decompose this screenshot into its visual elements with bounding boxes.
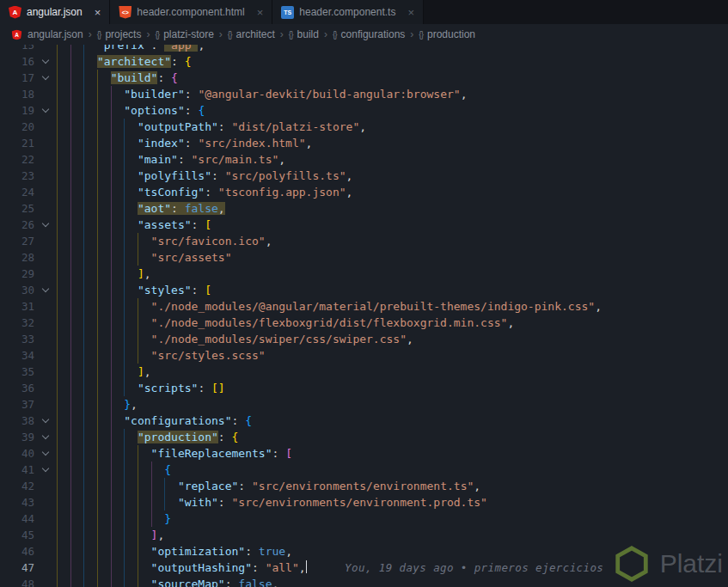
close-icon[interactable]: × [95, 7, 101, 18]
code-text: "styles": [ [57, 282, 728, 298]
indent-guide [70, 200, 71, 217]
code-line-25[interactable]: 25 "aot": false, [0, 200, 728, 217]
code-line-32[interactable]: 32 "./node_modules/flexboxgrid/dist/flex… [0, 315, 728, 331]
indent-guide [70, 119, 71, 135]
fold-chevron-icon[interactable] [34, 282, 57, 298]
indent-guide [57, 86, 58, 102]
fold-chevron-icon[interactable] [34, 53, 57, 70]
code-line-47[interactable]: 47 "outputHashing": "all",You, 19 days a… [0, 559, 728, 576]
breadcrumb-item-production[interactable]: {}production [419, 28, 475, 40]
code-line-45[interactable]: 45 ], [0, 527, 728, 543]
indent-guide [111, 380, 112, 396]
fold-chevron-icon[interactable] [34, 462, 57, 478]
chevron-down-icon [42, 448, 49, 455]
code-line-37[interactable]: 37 }, [0, 396, 728, 413]
indent-guide [57, 298, 58, 315]
indent-guide [97, 527, 98, 543]
code-line-40[interactable]: 40 "fileReplacements": [ [0, 445, 728, 462]
line-number: 41 [0, 462, 34, 478]
code-token: : [211, 169, 225, 182]
fold-chevron-icon[interactable] [34, 217, 57, 233]
breadcrumb-label: projects [105, 28, 141, 40]
code-line-30[interactable]: 30 "styles": [ [0, 282, 728, 298]
code-token: { [232, 431, 239, 443]
code-line-29[interactable]: 29 ], [0, 266, 728, 282]
breadcrumb-item-configurations[interactable]: {}configurations [333, 28, 405, 40]
tab-header-component-html[interactable]: <>header.component.html× [110, 0, 272, 24]
breadcrumb-item-projects[interactable]: {}projects [97, 28, 142, 40]
code-line-19[interactable]: 19 "options": { [0, 102, 728, 119]
code-token: , [198, 45, 205, 52]
code-line-41[interactable]: 41 { [0, 462, 728, 478]
code-line-17[interactable]: 17 "build": { [0, 70, 728, 86]
close-icon[interactable]: × [257, 7, 264, 18]
code-text: "architect": { [57, 53, 728, 70]
code-line-34[interactable]: 34 "src/styles.scss" [0, 347, 728, 364]
indent-guide [111, 249, 112, 266]
code-line-24[interactable]: 24 "tsConfig": "tsconfig.app.json", [0, 184, 728, 200]
editor[interactable]: 15 "prefix": "app",16 "architect": {17 "… [0, 45, 728, 587]
code-line-43[interactable]: 43 "with": "src/environments/environment… [0, 494, 728, 511]
fold-spacer [34, 45, 57, 53]
breadcrumb-item-build[interactable]: {}build [289, 28, 319, 40]
indent-guide [97, 249, 98, 266]
line-number: 42 [0, 478, 34, 494]
fold-chevron-icon[interactable] [34, 102, 57, 119]
code-line-27[interactable]: 27 "src/favicon.ico", [0, 233, 728, 249]
indent-guide [124, 266, 125, 282]
code-line-46[interactable]: 46 "optimization": true, [0, 543, 728, 559]
fold-chevron-icon[interactable] [34, 445, 57, 462]
json-object-icon: {} [97, 30, 101, 40]
json-object-icon: {} [289, 30, 293, 40]
indent-guide [83, 184, 84, 200]
code-line-16[interactable]: 16 "architect": { [0, 53, 728, 70]
fold-spacer [34, 151, 57, 168]
code-line-39[interactable]: 39 "production": { [0, 429, 728, 445]
ts-file-icon: TS [281, 6, 294, 19]
code-line-38[interactable]: 38 "configurations": { [0, 413, 728, 429]
fold-chevron-icon[interactable] [34, 70, 57, 86]
indent-guide [83, 396, 84, 413]
indent-guide [138, 494, 138, 511]
fold-chevron-icon[interactable] [34, 413, 57, 429]
breadcrumb-item-platzi-store[interactable]: {}platzi-store [155, 28, 213, 40]
indent-guide [111, 200, 112, 217]
breadcrumb-item-architect[interactable]: {}architect [228, 28, 275, 40]
code-line-22[interactable]: 22 "main": "src/main.ts", [0, 151, 728, 168]
code-token [57, 55, 97, 68]
indent-guide [151, 462, 152, 478]
code-line-33[interactable]: 33 "./node_modules/swiper/css/swiper.css… [0, 331, 728, 347]
indent-guide [57, 396, 58, 413]
code-line-44[interactable]: 44 } [0, 511, 728, 527]
line-number: 17 [0, 70, 34, 86]
indent-guide [138, 478, 138, 494]
fold-chevron-icon[interactable] [34, 429, 57, 445]
code-token: "outputHashing" [151, 561, 252, 574]
code-line-26[interactable]: 26 "assets": [ [0, 217, 728, 233]
line-number: 38 [0, 413, 34, 429]
code-line-18[interactable]: 18 "builder": "@angular-devkit/build-ang… [0, 86, 728, 102]
code-line-20[interactable]: 20 "outputPath": "dist/platzi-store", [0, 119, 728, 135]
code-token [57, 414, 124, 427]
breadcrumb-item-angular-json[interactable]: Aangular.json [10, 28, 83, 41]
code-token: : [272, 447, 285, 460]
code-line-31[interactable]: 31 "./node_modules/@angular/material/pre… [0, 298, 728, 315]
indent-guide [124, 249, 125, 266]
code-line-21[interactable]: 21 "index": "src/index.html", [0, 135, 728, 151]
code-token: "sourceMap" [151, 578, 225, 587]
code-line-36[interactable]: 36 "scripts": [] [0, 380, 728, 396]
code-line-35[interactable]: 35 ], [0, 364, 728, 380]
indent-guide [70, 45, 71, 53]
fold-spacer [34, 315, 57, 331]
code-line-23[interactable]: 23 "polyfills": "src/polyfills.ts", [0, 168, 728, 184]
code-line-28[interactable]: 28 "src/assets" [0, 249, 728, 266]
code-line-42[interactable]: 42 "replace": "src/environments/environm… [0, 478, 728, 494]
tab-angular-json[interactable]: Aangular.json× [0, 0, 110, 24]
code-line-48[interactable]: 48 "sourceMap": false, [0, 576, 728, 587]
tab-header-component-ts[interactable]: TSheader.component.ts× [272, 0, 424, 24]
code-line-15[interactable]: 15 "prefix": "app", [0, 45, 728, 53]
fold-spacer [34, 543, 57, 559]
close-icon[interactable]: × [407, 7, 414, 18]
code-token: , [474, 480, 480, 492]
indent-guide [83, 282, 84, 298]
